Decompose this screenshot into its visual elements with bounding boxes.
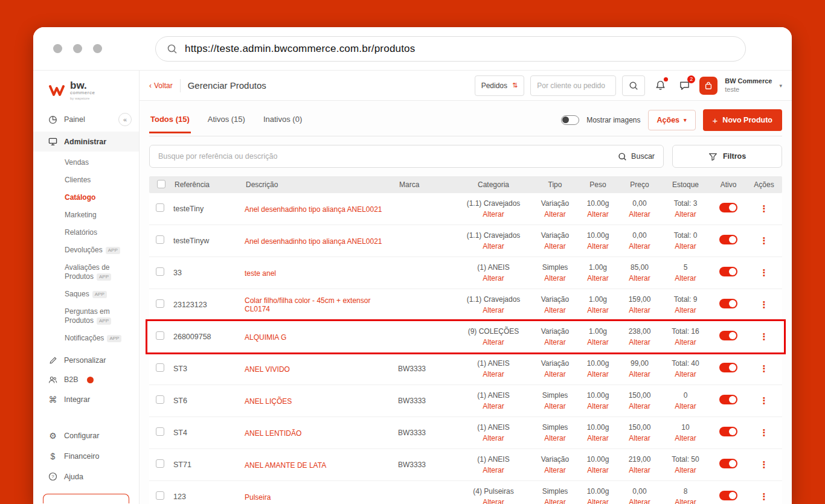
stock-alterar-link[interactable]: Alterar (675, 402, 696, 410)
type-alterar-link[interactable]: Alterar (544, 434, 565, 442)
sidebar-item-saques[interactable]: SaquesAPP (65, 285, 134, 303)
sidebar-item-catálogo[interactable]: Catálogo (65, 189, 134, 206)
row-checkbox[interactable] (156, 427, 164, 436)
sidebar-item-marketing[interactable]: Marketing (65, 206, 134, 224)
active-toggle[interactable] (719, 235, 737, 244)
price-alterar-link[interactable]: Alterar (629, 338, 650, 346)
weight-alterar-link[interactable]: Alterar (587, 402, 608, 410)
tab-todos[interactable]: Todos (15) (149, 112, 191, 133)
category-alterar-link[interactable]: Alterar (483, 274, 504, 282)
type-alterar-link[interactable]: Alterar (544, 210, 565, 219)
category-alterar-link[interactable]: Alterar (483, 434, 504, 442)
category-alterar-link[interactable]: Alterar (483, 338, 504, 346)
stock-alterar-link[interactable]: Alterar (675, 338, 696, 346)
stock-alterar-link[interactable]: Alterar (675, 434, 696, 442)
show-images-toggle[interactable] (561, 115, 579, 125)
weight-alterar-link[interactable]: Alterar (587, 242, 608, 250)
sidebar-item-personalizar[interactable]: Personalizar (33, 351, 139, 370)
sidebar-item-configurar[interactable]: ⚙ Configurar (33, 426, 139, 446)
window-control-dot[interactable] (53, 44, 62, 53)
active-toggle[interactable] (719, 267, 737, 276)
type-alterar-link[interactable]: Alterar (544, 338, 565, 346)
category-alterar-link[interactable]: Alterar (483, 242, 504, 250)
product-description-link[interactable]: Colar filho/filha color - 45cm + extenso… (245, 296, 398, 313)
type-alterar-link[interactable]: Alterar (544, 274, 565, 282)
sidebar-item-administrar[interactable]: Administrar (33, 132, 139, 152)
order-search-input[interactable] (530, 75, 616, 96)
stock-alterar-link[interactable]: Alterar (675, 466, 696, 474)
back-link[interactable]: ‹ Voltar (149, 81, 173, 90)
chat-button[interactable]: 2 (675, 77, 693, 95)
row-actions-menu[interactable]: ⋮ (756, 458, 772, 471)
product-description-link[interactable]: Anel desenhadinho tipo aliança ANEL0021 (245, 237, 388, 246)
row-actions-menu[interactable]: ⋮ (756, 394, 772, 407)
new-product-button[interactable]: + Novo Produto (703, 109, 782, 131)
notifications-button[interactable] (651, 77, 669, 95)
weight-alterar-link[interactable]: Alterar (587, 210, 608, 219)
product-description-link[interactable]: ANEL LENTIDÃO (245, 429, 307, 438)
row-actions-menu[interactable]: ⋮ (756, 234, 772, 247)
sidebar-item-painel[interactable]: Painel « (33, 107, 139, 132)
row-actions-menu[interactable]: ⋮ (756, 298, 772, 311)
product-description-link[interactable]: Anel desenhadinho tipo aliança ANEL0021 (245, 205, 388, 214)
row-checkbox[interactable] (156, 331, 164, 340)
price-alterar-link[interactable]: Alterar (629, 498, 650, 504)
sidebar-item-perguntas-em-produtos[interactable]: Perguntas em ProdutosAPP (65, 303, 134, 330)
active-toggle[interactable] (719, 331, 737, 340)
active-toggle[interactable] (719, 491, 737, 500)
stock-alterar-link[interactable]: Alterar (675, 498, 696, 504)
sidebar-item-ajuda[interactable]: ? Ajuda (33, 467, 139, 486)
row-checkbox[interactable] (156, 395, 164, 404)
type-alterar-link[interactable]: Alterar (544, 402, 565, 410)
product-description-link[interactable]: teste anel (245, 269, 282, 278)
url-bar[interactable]: https://teste.admin.bwcommerce.com.br/pr… (155, 36, 746, 62)
active-toggle[interactable] (719, 203, 737, 212)
sidebar-item-integrar[interactable]: ⌘ Integrar (33, 389, 139, 410)
price-alterar-link[interactable]: Alterar (629, 274, 650, 282)
actions-dropdown-button[interactable]: Ações ▾ (648, 110, 696, 130)
stock-alterar-link[interactable]: Alterar (675, 242, 696, 250)
type-alterar-link[interactable]: Alterar (544, 242, 565, 250)
product-description-link[interactable]: ALQUIMIA G (245, 333, 292, 342)
product-description-link[interactable]: ANEL LIÇÕES (245, 397, 298, 406)
sidebar-item-avaliações-de-produtos[interactable]: Avaliações de ProdutosAPP (65, 259, 134, 285)
price-alterar-link[interactable]: Alterar (629, 466, 650, 474)
type-alterar-link[interactable]: Alterar (544, 306, 565, 314)
filters-button[interactable]: Filtros (672, 145, 782, 168)
order-type-select[interactable]: Pedidos ⇅ (475, 75, 525, 96)
row-checkbox[interactable] (156, 203, 164, 212)
stock-alterar-link[interactable]: Alterar (675, 306, 696, 314)
active-toggle[interactable] (719, 299, 737, 308)
category-alterar-link[interactable]: Alterar (483, 370, 504, 378)
sidebar-item-devoluções[interactable]: DevoluçõesAPP (65, 241, 134, 259)
stock-alterar-link[interactable]: Alterar (675, 370, 696, 378)
row-actions-menu[interactable]: ⋮ (756, 426, 772, 439)
row-checkbox[interactable] (156, 459, 164, 468)
price-alterar-link[interactable]: Alterar (629, 242, 650, 250)
sidebar-item-b2b[interactable]: B2B (33, 370, 139, 389)
active-toggle[interactable] (719, 395, 737, 404)
sidebar-item-relatórios[interactable]: Relatórios (65, 224, 134, 241)
account-menu[interactable]: BW Commerce teste (725, 77, 772, 94)
stock-alterar-link[interactable]: Alterar (675, 210, 696, 219)
category-alterar-link[interactable]: Alterar (483, 402, 504, 410)
tab-ativos[interactable]: Ativos (15) (207, 112, 246, 133)
row-actions-menu[interactable]: ⋮ (756, 362, 772, 375)
sidebar-collapse-button[interactable]: « (118, 113, 132, 126)
active-toggle[interactable] (719, 459, 737, 468)
price-alterar-link[interactable]: Alterar (629, 370, 650, 378)
row-actions-menu[interactable]: ⋮ (756, 202, 772, 215)
type-alterar-link[interactable]: Alterar (544, 466, 565, 474)
weight-alterar-link[interactable]: Alterar (587, 498, 608, 504)
product-search-input[interactable]: Busque por referência ou descrição Busca… (149, 145, 664, 168)
row-actions-menu[interactable]: ⋮ (756, 330, 772, 343)
category-alterar-link[interactable]: Alterar (483, 210, 504, 219)
order-search-button[interactable] (622, 75, 645, 96)
row-checkbox[interactable] (156, 363, 164, 372)
weight-alterar-link[interactable]: Alterar (587, 306, 608, 314)
row-checkbox[interactable] (156, 267, 164, 276)
row-actions-menu[interactable]: ⋮ (756, 490, 772, 503)
select-all-checkbox[interactable] (157, 180, 165, 188)
product-description-link[interactable]: ANEL AMANTE DE LATA (245, 461, 332, 470)
weight-alterar-link[interactable]: Alterar (587, 338, 608, 346)
